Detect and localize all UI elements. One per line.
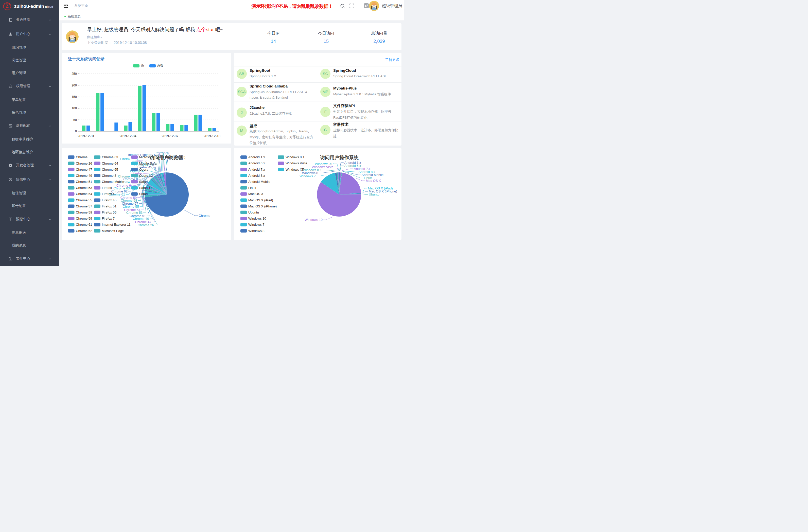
svg-text:Chrome 58: Chrome 58 bbox=[76, 210, 92, 214]
svg-text:Internet Explorer 11: Internet Explorer 11 bbox=[102, 223, 130, 226]
svg-text:Firefox 45: Firefox 45 bbox=[102, 198, 116, 202]
svg-text:250: 250 bbox=[72, 72, 77, 76]
svg-text:Ubuntu: Ubuntu bbox=[248, 210, 259, 214]
svg-text:Android 6.x: Android 6.x bbox=[248, 161, 265, 165]
svg-text:Mac OS X (iPad): Mac OS X (iPad) bbox=[248, 198, 273, 202]
svg-text:Windows 7: Windows 7 bbox=[248, 223, 264, 226]
svg-text:Android 7.x: Android 7.x bbox=[248, 168, 265, 171]
svg-text:Firefox 42: Firefox 42 bbox=[102, 192, 116, 196]
svg-text:Chrome 26: Chrome 26 bbox=[76, 162, 92, 165]
svg-text:Linux: Linux bbox=[248, 186, 256, 190]
svg-text:2019-12-10: 2019-12-10 bbox=[204, 134, 221, 138]
svg-text:2019-12-04: 2019-12-04 bbox=[120, 134, 136, 138]
svg-text:Chrome 57: Chrome 57 bbox=[76, 204, 92, 208]
svg-text:Microsoft Edge: Microsoft Edge bbox=[102, 229, 124, 233]
svg-text:Android 8.x: Android 8.x bbox=[248, 174, 265, 178]
svg-text:Mac OS X (iPhone): Mac OS X (iPhone) bbox=[248, 204, 277, 208]
svg-text:Chrome 65: Chrome 65 bbox=[102, 168, 118, 171]
svg-text:Windows 8.1: Windows 8.1 bbox=[286, 155, 304, 159]
svg-text:Firefox 7: Firefox 7 bbox=[102, 217, 115, 220]
svg-text:Safari 9: Safari 9 bbox=[139, 192, 151, 196]
svg-text:Chrome 63: Chrome 63 bbox=[102, 155, 118, 159]
svg-text:Windows 8: Windows 8 bbox=[248, 229, 264, 233]
svg-text:Windows 10: Windows 10 bbox=[248, 217, 266, 220]
svg-text:0: 0 bbox=[75, 130, 77, 133]
svg-text:Chrome Mobile: Chrome Mobile bbox=[102, 180, 124, 184]
svg-text:Firefox 51: Firefox 51 bbox=[102, 204, 116, 208]
svg-text:Ubuntu: Ubuntu bbox=[369, 192, 380, 196]
svg-text:200: 200 bbox=[72, 84, 77, 87]
svg-text:2019-12-01: 2019-12-01 bbox=[78, 134, 95, 138]
svg-text:Chrome 61: Chrome 61 bbox=[76, 223, 92, 226]
svg-text:Firefox 7: Firefox 7 bbox=[120, 157, 133, 161]
svg-text:Mobile Safari: Mobile Safari bbox=[139, 162, 159, 165]
svg-text:Firefox: Firefox bbox=[102, 186, 112, 190]
svg-text:Chrome 64: Chrome 64 bbox=[102, 162, 118, 165]
svg-text:Chrome 49: Chrome 49 bbox=[76, 174, 92, 178]
svg-text:Chrome 62: Chrome 62 bbox=[76, 229, 92, 233]
svg-text:Windows Vista: Windows Vista bbox=[286, 161, 307, 165]
svg-text:Chrome 54: Chrome 54 bbox=[76, 192, 92, 196]
svg-text:Chrome: Chrome bbox=[76, 155, 88, 159]
svg-text:Chrome 59: Chrome 59 bbox=[76, 217, 92, 220]
svg-text:Chrome 26: Chrome 26 bbox=[137, 223, 154, 227]
svg-text:Safari: Safari bbox=[139, 180, 148, 184]
svg-text:Windows XP: Windows XP bbox=[286, 168, 304, 171]
svg-text:2019-12-07: 2019-12-07 bbox=[162, 134, 179, 138]
svg-text:150: 150 bbox=[72, 95, 77, 99]
svg-text:Mac OS X: Mac OS X bbox=[248, 192, 263, 196]
svg-text:Z: Z bbox=[6, 4, 8, 9]
svg-text:Chrome 53: Chrome 53 bbox=[76, 186, 92, 190]
svg-text:Chrome 55: Chrome 55 bbox=[76, 198, 92, 202]
svg-text:Mac OS X: Mac OS X bbox=[366, 179, 381, 183]
svg-text:50: 50 bbox=[73, 118, 77, 122]
svg-text:Chrome 8: Chrome 8 bbox=[102, 174, 116, 178]
svg-text:Opera: Opera bbox=[139, 168, 149, 171]
svg-text:Android Mobile: Android Mobile bbox=[248, 180, 270, 184]
svg-text:100: 100 bbox=[72, 107, 77, 110]
svg-text:Chrome 51: Chrome 51 bbox=[76, 180, 92, 184]
svg-text:Windows 10: Windows 10 bbox=[305, 218, 323, 222]
svg-text:Firefox 56: Firefox 56 bbox=[102, 210, 116, 214]
svg-text:Safari 11: Safari 11 bbox=[139, 186, 152, 190]
svg-text:Chrome 47: Chrome 47 bbox=[76, 168, 92, 171]
svg-text:Microsoft Edge (EdgeHTML 16): Microsoft Edge (EdgeHTML 16) bbox=[139, 155, 185, 159]
svg-text:Opera 12: Opera 12 bbox=[139, 174, 153, 178]
svg-text:访问用户操作系统: 访问用户操作系统 bbox=[320, 155, 359, 160]
svg-text:Android 1.x: Android 1.x bbox=[248, 155, 265, 159]
svg-text:Windows XP: Windows XP bbox=[315, 162, 334, 166]
svg-text:Chrome: Chrome bbox=[199, 214, 210, 218]
